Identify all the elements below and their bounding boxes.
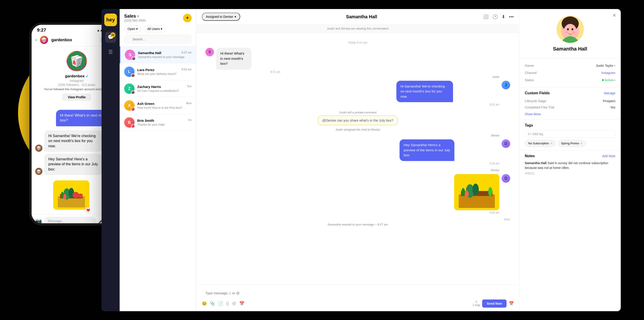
sidebar-icon-menu[interactable]: ☰ bbox=[105, 46, 116, 58]
menu-icon: ☰ bbox=[108, 49, 113, 55]
detail-row-status: Status Active ▾ bbox=[525, 76, 615, 84]
assigned-button[interactable]: Assigned to Denise ▾ bbox=[202, 13, 240, 21]
conv-header: Sales ▾ (415) 562 0500 + Open ▾ All User… bbox=[120, 9, 196, 46]
users-dropdown-icon: ▾ bbox=[161, 27, 162, 31]
sidebar-icon-chat[interactable]: 💬 22 bbox=[105, 31, 116, 43]
conv-name-2: Lara Perez 9:22 am bbox=[137, 68, 192, 72]
notes-section: Notes Add Note Samantha Hall Said in sur… bbox=[520, 150, 621, 179]
status-dropdown-icon[interactable]: ▾ bbox=[614, 79, 615, 81]
tags-title: Tags bbox=[525, 123, 533, 127]
svg-rect-12 bbox=[459, 194, 495, 208]
lifecycle-value: Prospect bbox=[603, 99, 615, 103]
msg-row-5: Hey Samantha! Here's a preview of the it… bbox=[400, 139, 510, 165]
document-icon[interactable]: 📄 bbox=[218, 301, 223, 306]
attachment-icon[interactable]: 📎 bbox=[210, 301, 215, 306]
msg-content-1: Hi there! What's in next month's box? 9:… bbox=[216, 48, 280, 73]
svg-point-18 bbox=[464, 191, 469, 197]
conv-name-1: Samantha Hall 9:27 am bbox=[138, 51, 192, 55]
phone-camera-icon[interactable]: 📷 bbox=[35, 218, 42, 224]
conv-header-top: Sales ▾ (415) 562 0500 + bbox=[124, 13, 192, 22]
msg-bubble-5: Hey Samantha! Here's a preview of the it… bbox=[400, 139, 454, 161]
msg-avatar-denise-1: D bbox=[502, 139, 510, 148]
conv-info-4: Ash Green Mon How much food is in the Pl… bbox=[137, 102, 192, 109]
tag-close-icon-2[interactable]: ✕ bbox=[580, 142, 582, 145]
detail-row-channel: Channel Instagram bbox=[525, 69, 615, 76]
field-trial: Completed Free Trial Yes bbox=[525, 104, 615, 110]
back-arrow-icon[interactable]: ‹ bbox=[35, 37, 37, 43]
conv-avatar-wrapper-3: Z 📷 bbox=[124, 83, 134, 94]
note-author: Samantha Hall bbox=[525, 161, 546, 165]
phone-avatar-small: 🥡 bbox=[40, 35, 48, 44]
channel-name: Sales ▾ bbox=[124, 13, 146, 19]
tag-close-icon-1[interactable]: ✕ bbox=[550, 142, 552, 145]
emoji-icon[interactable]: 😊 bbox=[202, 301, 207, 306]
bracket-icon[interactable]: {} bbox=[226, 301, 229, 306]
add-tag-input[interactable]: 🏷 Add tag bbox=[525, 130, 615, 138]
conv-item-brie[interactable]: B G Brie Smith Fri Thanks for your help! bbox=[120, 114, 196, 131]
notes-title: Notes bbox=[525, 154, 535, 158]
chat-input-icons: 😊 📎 📄 {} @ 📅 bbox=[202, 301, 244, 306]
field-lifecycle: Lifecycle Stage Prospect bbox=[525, 98, 615, 104]
send-now-button[interactable]: Send Now bbox=[482, 300, 506, 308]
tag-spring-promo[interactable]: Spring Promo ✕ bbox=[558, 140, 586, 147]
conv-avatar-wrapper-2: L 📷 bbox=[124, 66, 134, 77]
instagram-indicator-5: G bbox=[131, 124, 135, 128]
new-conversation-button[interactable]: + bbox=[183, 14, 192, 22]
users-filter-button[interactable]: All Users ▾ bbox=[144, 25, 166, 32]
clock-icon[interactable]: 🕐 bbox=[492, 14, 498, 19]
instagram-indicator-1: 📷 bbox=[132, 56, 136, 60]
msg-group-denise-1: Denise Hey Samantha! Here's a preview of… bbox=[206, 134, 510, 167]
view-profile-button[interactable]: View Profile bbox=[62, 94, 91, 101]
channel-label: Channel bbox=[525, 71, 536, 75]
download-icon[interactable]: ⬇ bbox=[502, 14, 506, 19]
msg-row-2: Hi Samantha! We're checking on next mont… bbox=[396, 81, 510, 106]
conv-panel: Sales ▾ (415) 562 0500 + Open ▾ All User… bbox=[120, 9, 196, 311]
manage-link[interactable]: Manage bbox=[604, 91, 615, 95]
status-filter-button[interactable]: Open ▾ bbox=[124, 25, 141, 32]
owner-dropdown-icon[interactable]: ▾ bbox=[614, 64, 615, 67]
calendar-icon[interactable]: 📅 bbox=[239, 301, 244, 306]
channel-value[interactable]: Instagram bbox=[601, 71, 615, 75]
show-more-link[interactable]: Show More bbox=[525, 112, 615, 116]
custom-fields-title: Custom Fields bbox=[525, 91, 550, 95]
more-options-icon[interactable]: ••• bbox=[509, 14, 514, 19]
conv-item-lara[interactable]: L 📷 Lara Perez 9:22 am What are your del… bbox=[120, 63, 196, 80]
search-wrapper: 🔍 bbox=[124, 35, 192, 43]
conv-item-samantha[interactable]: S 📷 Samantha Hall 9:27 am Samantha react… bbox=[120, 46, 196, 63]
svg-point-10 bbox=[61, 192, 64, 198]
chat-badge: 22 bbox=[110, 32, 115, 37]
msg-sender-denise-2: Denise bbox=[491, 169, 510, 172]
chat-header: Assigned to Denise ▾ Samantha Hall ⬜ 🕐 ⬇… bbox=[196, 9, 519, 24]
msg-group-justin: Justin Hi Samantha! We're checking on ne… bbox=[206, 75, 510, 108]
conv-name-4: Ash Green Mon bbox=[137, 102, 192, 105]
phone-message-input[interactable]: Message... bbox=[44, 217, 96, 225]
expand-icon[interactable]: ⬜ bbox=[483, 14, 489, 19]
svg-point-15 bbox=[472, 184, 479, 195]
conv-preview-4: How much food is in the Plus box? bbox=[137, 106, 192, 109]
chat-message-input[interactable] bbox=[202, 289, 514, 298]
msg-time-6: 9:26 am bbox=[454, 211, 499, 214]
phone-image-box bbox=[53, 180, 90, 210]
at-icon[interactable]: @ bbox=[232, 301, 236, 306]
phone-profile-avatar: 🥡 bbox=[66, 51, 87, 71]
reaction-notice: Samantha reacted to your message – 9:27 … bbox=[206, 223, 510, 226]
conv-item-ash[interactable]: A G Ash Green Mon How much food is in th… bbox=[120, 97, 196, 114]
msg-row-6: 9:26 am D bbox=[454, 174, 510, 214]
timestamp-divider: Today 9:21 am bbox=[206, 41, 510, 44]
tag-no-subscription[interactable]: No Subscription ✕ bbox=[525, 140, 556, 147]
msg-time-1: 9:21 am bbox=[216, 70, 280, 73]
desktop-app: hey 💬 22 ☰ Sales ▾ (415) 562 0500 + bbox=[102, 9, 621, 311]
add-note-link[interactable]: Add Note bbox=[602, 154, 615, 158]
schedule-icon[interactable]: 📅 bbox=[509, 301, 514, 306]
conv-filters: Open ▾ All Users ▾ bbox=[124, 25, 192, 32]
conv-avatar-wrapper-4: A G bbox=[124, 100, 134, 111]
search-input[interactable] bbox=[124, 35, 192, 43]
msg-count: 0 1 msg bbox=[473, 300, 480, 307]
svg-point-8 bbox=[78, 194, 82, 198]
svg-text:🥡: 🥡 bbox=[70, 54, 84, 68]
channel-dropdown-icon[interactable]: ▾ bbox=[137, 14, 139, 18]
conv-item-zachary[interactable]: Z 📷 Zachary Harris Tue Hi! Can I request… bbox=[120, 80, 196, 97]
close-icon[interactable]: ✕ bbox=[612, 13, 616, 18]
msg-content-2: Hi Samantha! We're checking on next mont… bbox=[396, 81, 499, 106]
chat-input-area: 😊 📎 📄 {} @ 📅 0 1 msg Send Now 📅 bbox=[196, 285, 519, 311]
